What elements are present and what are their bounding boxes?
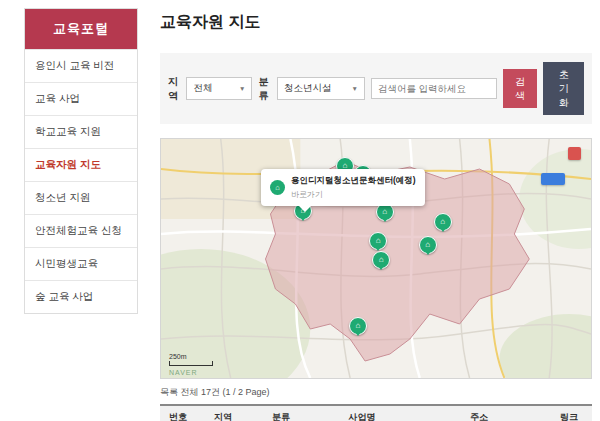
col-header-region: 지역 bbox=[196, 405, 250, 421]
map-marker[interactable]: ⌂ bbox=[419, 236, 437, 254]
col-header-category: 분류 bbox=[250, 405, 312, 421]
chevron-down-icon: ▼ bbox=[239, 85, 245, 92]
map-marker[interactable]: ⌂ bbox=[434, 213, 452, 231]
category-select[interactable]: 청소년시설 ▼ bbox=[277, 77, 365, 100]
portal-title[interactable]: 교육포털 bbox=[25, 9, 137, 49]
sidebar: 교육포털 용인시 교육 비전 교육 사업 학교교육 지원 교육자원 지도 청소년… bbox=[24, 8, 138, 314]
chevron-down-icon: ▼ bbox=[351, 85, 357, 92]
map-marker[interactable]: ⌂ bbox=[369, 232, 387, 250]
page-title: 교육자원 지도 bbox=[160, 12, 592, 33]
col-header-address: 주소 bbox=[412, 405, 546, 421]
map-marker[interactable]: ⌂ bbox=[372, 251, 390, 269]
facility-marker-icon: ⌂ bbox=[440, 218, 445, 226]
region-label: 지역 bbox=[168, 75, 180, 103]
search-input[interactable] bbox=[371, 78, 497, 99]
category-label: 분류 bbox=[258, 75, 270, 103]
facility-marker-icon: ⌂ bbox=[275, 183, 280, 192]
region-select[interactable]: 전체 ▼ bbox=[186, 77, 252, 100]
map-marker[interactable]: ⌂ bbox=[349, 317, 367, 335]
tooltip-title: 용인디지털청소년문화센터(예정) bbox=[291, 175, 416, 187]
region-select-value: 전체 bbox=[193, 82, 212, 95]
category-select-value: 청소년시설 bbox=[284, 82, 332, 95]
reset-button[interactable]: 초기화 bbox=[543, 62, 584, 115]
sidebar-item-school-support[interactable]: 학교교육 지원 bbox=[25, 115, 137, 148]
map-marker[interactable]: ⌂ bbox=[376, 203, 394, 221]
map-label-red bbox=[568, 147, 581, 160]
map-label-blue bbox=[541, 173, 565, 185]
facility-marker-icon: ⌂ bbox=[425, 241, 430, 249]
col-header-link: 링크 bbox=[546, 405, 592, 421]
facility-marker-icon: ⌂ bbox=[376, 237, 381, 245]
sidebar-item-projects[interactable]: 교육 사업 bbox=[25, 82, 137, 115]
table-header-row: 번호 지역 분류 사업명 주소 링크 bbox=[160, 405, 592, 421]
scale-bar-line bbox=[169, 361, 213, 366]
facility-marker-icon: ⌂ bbox=[356, 322, 361, 330]
map-tooltip: ⌂ 용인디지털청소년문화센터(예정) 바로가기 bbox=[261, 169, 425, 206]
sidebar-item-safety-education[interactable]: 안전체험교육 신청 bbox=[25, 214, 137, 247]
filter-bar: 지역 전체 ▼ 분류 청소년시설 ▼ 검색 초기화 bbox=[160, 53, 592, 124]
col-header-name: 사업명 bbox=[312, 405, 412, 421]
resource-map[interactable]: ⌂ ⌂ ⌂ ⌂ ⌂ ⌂ ⌂ ⌂ ⌂ ⌂ 용인디지털청소년문화센터(예정) 바로가… bbox=[160, 138, 592, 379]
tooltip-go-link[interactable]: 바로가기 bbox=[291, 189, 416, 200]
resource-table: 번호 지역 분류 사업명 주소 링크 17 처인구 청소년시설 국립중앙청소년디… bbox=[160, 404, 592, 421]
col-header-no: 번호 bbox=[160, 405, 196, 421]
map-attribution: NAVER bbox=[169, 369, 198, 376]
map-scalebar: 250m bbox=[169, 353, 213, 366]
main-content: 교육자원 지도 지역 전체 ▼ 분류 청소년시설 ▼ 검색 초기화 bbox=[160, 8, 592, 421]
search-button[interactable]: 검색 bbox=[503, 69, 537, 108]
list-summary: 목록 전체 17건 (1 / 2 Page) bbox=[160, 386, 592, 399]
tooltip-pin-icon: ⌂ bbox=[270, 180, 285, 195]
facility-marker-icon: ⌂ bbox=[382, 208, 387, 216]
sidebar-item-vision[interactable]: 용인시 교육 비전 bbox=[25, 49, 137, 82]
sidebar-item-lifelong-education[interactable]: 시민평생교육 bbox=[25, 247, 137, 280]
scale-text: 250m bbox=[169, 353, 187, 360]
sidebar-item-resource-map[interactable]: 교육자원 지도 bbox=[25, 148, 137, 181]
facility-marker-icon: ⌂ bbox=[379, 256, 384, 264]
sidebar-item-youth-support[interactable]: 청소년 지원 bbox=[25, 181, 137, 214]
sidebar-item-forest-education[interactable]: 숲 교육 사업 bbox=[25, 280, 137, 313]
